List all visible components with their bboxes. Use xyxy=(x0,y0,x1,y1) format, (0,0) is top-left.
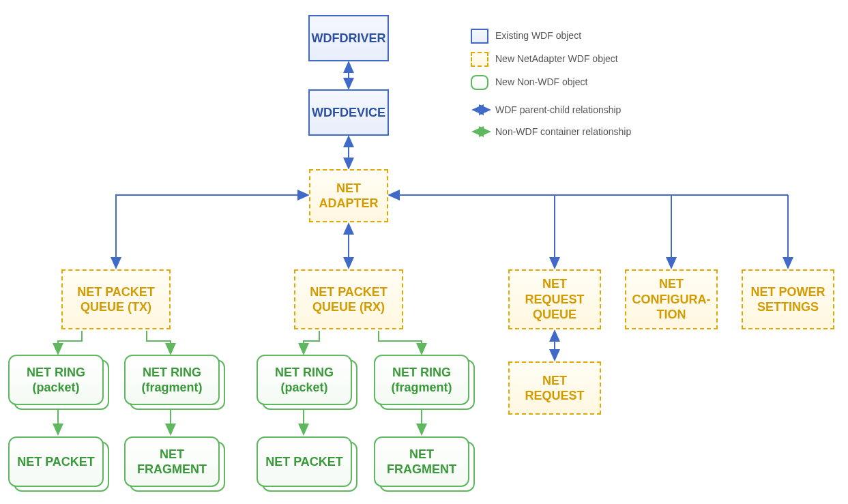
legend-label-new-netadapter: New NetAdapter WDF object xyxy=(495,53,618,64)
legend-swatch-new-nonwdf xyxy=(471,75,488,90)
node-net-ring-fragment-rx: NET RING (fragment) xyxy=(374,355,469,405)
legend-swatch-existing-wdf xyxy=(471,29,488,44)
legend-label-wdf-relationship: WDF parent-child relationship xyxy=(495,104,621,115)
node-netadapter: NET ADAPTER xyxy=(309,169,388,222)
node-net-request-queue: NET REQUEST QUEUE xyxy=(508,269,601,329)
node-net-request: NET REQUEST xyxy=(508,361,601,415)
node-net-packet-queue-tx: NET PACKET QUEUE (TX) xyxy=(61,269,171,329)
legend-label-nonwdf-relationship: Non-WDF container relationship xyxy=(495,126,631,137)
node-net-packet-rx: NET PACKET xyxy=(257,436,352,487)
legend-label-existing-wdf: Existing WDF object xyxy=(495,30,581,41)
node-net-configuration: NET CONFIGURA-TION xyxy=(625,269,718,329)
node-net-fragment-tx: NET FRAGMENT xyxy=(124,436,220,487)
node-net-power-settings: NET POWER SETTINGS xyxy=(742,269,834,329)
node-net-ring-packet-rx: NET RING (packet) xyxy=(257,355,352,405)
connectors xyxy=(0,0,848,504)
node-net-packet-tx: NET PACKET xyxy=(8,436,104,487)
node-wdfdevice: WDFDEVICE xyxy=(308,89,389,136)
node-net-fragment-rx: NET FRAGMENT xyxy=(374,436,469,487)
node-wdfdriver: WDFDRIVER xyxy=(308,15,389,61)
legend-label-new-nonwdf: New Non-WDF object xyxy=(495,76,587,87)
node-net-ring-packet-tx: NET RING (packet) xyxy=(8,355,104,405)
legend-swatch-new-netadapter xyxy=(471,52,488,67)
node-net-packet-queue-rx: NET PACKET QUEUE (RX) xyxy=(294,269,403,329)
node-net-ring-fragment-tx: NET RING (fragment) xyxy=(124,355,220,405)
